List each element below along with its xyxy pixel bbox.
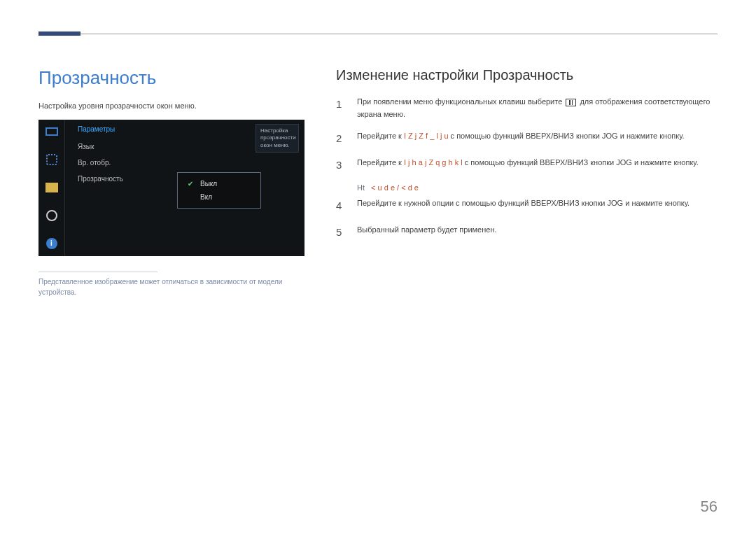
step-number: 1 xyxy=(336,96,347,120)
osd-panel: Параметры Язык Русский Вр. отобр. Прозра… xyxy=(65,120,304,256)
left-column: Прозрачность Настройка уровня прозрачнос… xyxy=(38,67,304,297)
osd-popup-option-label: Выкл xyxy=(200,180,217,188)
section-desc: Настройка уровня прозрачности окон меню. xyxy=(38,101,304,110)
osd-row: Вр. отобр. xyxy=(65,155,304,171)
step-item: 1 При появлении меню функциональных клав… xyxy=(336,96,718,120)
osd-popup-option-label: Вкл xyxy=(200,193,212,201)
header-line xyxy=(80,34,718,34)
osd-sidebar: i xyxy=(38,120,65,256)
menu-icon xyxy=(566,99,576,106)
step-pre: При появлении меню функциональных клавиш… xyxy=(357,97,564,106)
section-title: Прозрачность xyxy=(38,67,304,89)
osd-popup-option: ✔ Выкл xyxy=(178,177,260,190)
step-text: Перейдите к I Z j Z f _ l j u с помощью … xyxy=(357,130,718,147)
step-text: При появлении меню функциональных клавиш… xyxy=(357,96,718,120)
header-stub xyxy=(38,31,80,36)
check-icon: ✔ xyxy=(188,193,195,201)
step-number: 3 xyxy=(336,157,347,174)
step-text: Перейдите к нужной опции с помощью функц… xyxy=(357,197,718,214)
step-post: с помощью функций ВВЕРХ/ВНИЗ кнопки JOG … xyxy=(465,158,699,167)
footnote-rule xyxy=(38,272,158,272)
footnote-block: Представленное изображение может отличат… xyxy=(38,272,304,297)
check-icon: ✔ xyxy=(188,180,195,188)
header-rule xyxy=(38,28,718,39)
monitor-icon xyxy=(44,124,59,139)
right-title: Изменение настройки Прозрачность xyxy=(336,67,718,83)
step-text: Перейдите к I j h a j Z q g h k l с помо… xyxy=(357,157,718,174)
gear-icon xyxy=(44,208,59,223)
target-icon xyxy=(44,152,59,167)
list-icon xyxy=(44,180,59,195)
osd-screenshot: i Параметры Язык Русский Вр. отобр. Проз… xyxy=(38,120,304,256)
step-text: Выбранный параметр будет применен. xyxy=(357,224,718,241)
step-item: 2 Перейдите к I Z j Z f _ l j u с помощь… xyxy=(336,130,718,147)
note-line: Ht < u d e / < d e xyxy=(357,183,718,192)
page-number: 56 xyxy=(701,498,718,516)
step-pre: Перейдите к xyxy=(357,132,404,140)
osd-popup: ✔ Выкл ✔ Вкл xyxy=(177,172,261,209)
step-item: 4 Перейдите к нужной опции с помощью фун… xyxy=(336,197,718,214)
osd-tooltip: Настройка прозрачности окон меню. xyxy=(255,124,299,153)
step-number: 2 xyxy=(336,130,347,147)
osd-row-label: Прозрачность xyxy=(78,175,123,183)
step-item: 3 Перейдите к I j h a j Z q g h k l с по… xyxy=(336,157,718,174)
info-icon: i xyxy=(44,236,59,251)
osd-popup-option: ✔ Вкл xyxy=(178,190,260,204)
right-column: Изменение настройки Прозрачность 1 При п… xyxy=(336,67,718,297)
osd-row-label: Язык xyxy=(78,143,94,150)
columns: Прозрачность Настройка уровня прозрачнос… xyxy=(38,67,718,297)
step-number: 5 xyxy=(336,224,347,241)
step-accent: I j h a j Z q g h k l xyxy=(404,158,463,167)
note-pre: Ht xyxy=(357,183,365,192)
note-accent: < u d e / < d e xyxy=(371,183,419,192)
steps-list-cont: 4 Перейдите к нужной опции с помощью фун… xyxy=(336,197,718,241)
step-post: с помощью функций ВВЕРХ/ВНИЗ кнопки JOG … xyxy=(451,132,685,140)
page: Прозрачность Настройка уровня прозрачнос… xyxy=(0,0,756,534)
osd-row-label: Вр. отобр. xyxy=(78,159,111,167)
step-pre: Перейдите к xyxy=(357,158,404,167)
footnote-text: Представленное изображение может отличат… xyxy=(38,276,304,297)
step-number: 4 xyxy=(336,197,347,214)
step-accent: I Z j Z f _ l j u xyxy=(404,132,449,140)
steps-list: 1 При появлении меню функциональных клав… xyxy=(336,96,718,174)
step-item: 5 Выбранный параметр будет применен. xyxy=(336,224,718,241)
